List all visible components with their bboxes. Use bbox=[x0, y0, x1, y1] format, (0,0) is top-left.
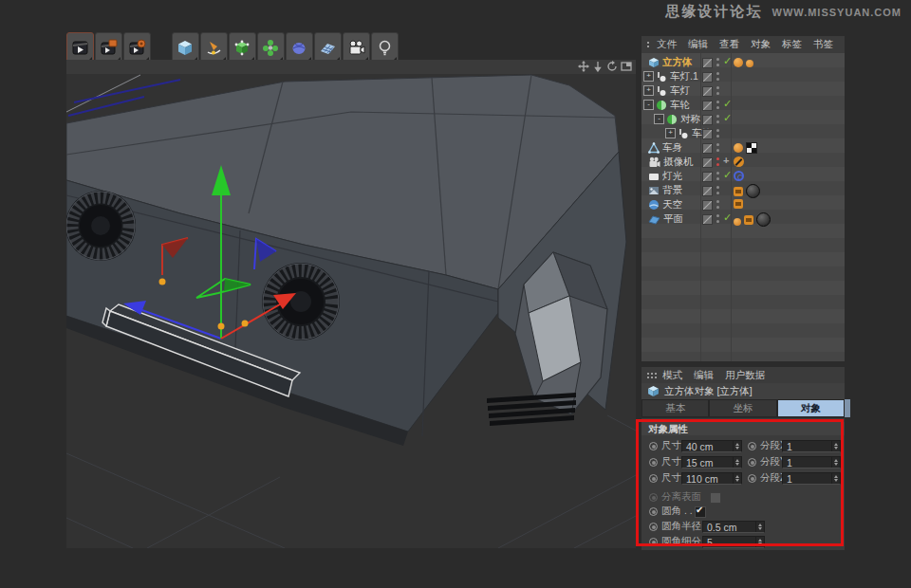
object-label[interactable]: 天空 bbox=[662, 198, 682, 211]
spinner-icon[interactable] bbox=[831, 441, 840, 451]
expand-plus-icon[interactable]: + bbox=[643, 71, 654, 82]
texture-tag-icon[interactable] bbox=[756, 212, 771, 227]
subdivision-surface-button[interactable] bbox=[229, 32, 256, 63]
tab-object[interactable]: 对象 bbox=[777, 399, 845, 417]
object-label[interactable]: 立方体 bbox=[662, 56, 693, 69]
panel-grip-icon[interactable] bbox=[646, 41, 651, 49]
object-label[interactable]: 对称 bbox=[680, 113, 700, 126]
collapse-minus-icon[interactable]: - bbox=[654, 114, 664, 124]
object-row-wheel[interactable]: - 车轮 bbox=[641, 98, 846, 112]
am-menu-mode[interactable]: 模式 bbox=[662, 369, 682, 382]
render-picture-viewer-button[interactable] bbox=[95, 32, 122, 63]
panel-grip-icon[interactable] bbox=[646, 372, 657, 380]
visibility-dots[interactable] bbox=[716, 214, 719, 223]
object-row-light[interactable]: 灯光 bbox=[641, 169, 851, 183]
am-menu-userdata[interactable]: 用户数据 bbox=[725, 369, 765, 382]
object-label[interactable]: 灯光 bbox=[662, 170, 682, 183]
gizmo-handle-dot[interactable] bbox=[159, 279, 166, 285]
keyframe-record-icon[interactable] bbox=[748, 458, 756, 467]
om-menu-bookmarks[interactable]: 书签 bbox=[813, 38, 833, 51]
gizmo-handle-dot[interactable] bbox=[242, 321, 249, 327]
layer-toggle-icon[interactable] bbox=[702, 115, 713, 125]
visibility-dots[interactable] bbox=[716, 172, 719, 180]
deformer-button[interactable] bbox=[286, 32, 313, 63]
visibility-dots[interactable] bbox=[716, 129, 719, 138]
keyframe-record-icon[interactable] bbox=[649, 474, 658, 483]
visibility-dots[interactable] bbox=[716, 86, 719, 95]
layer-toggle-icon[interactable] bbox=[702, 129, 713, 139]
spinner-icon[interactable] bbox=[733, 441, 741, 451]
object-row-headlight1[interactable]: + 车灯.1 bbox=[641, 69, 846, 83]
keyframe-record-icon[interactable] bbox=[649, 523, 658, 531]
object-row-sky[interactable]: 天空 bbox=[641, 197, 851, 211]
target-tag-icon[interactable] bbox=[734, 171, 744, 181]
tab-basic[interactable]: 基本 bbox=[641, 399, 709, 417]
keyframe-record-icon[interactable] bbox=[748, 474, 756, 483]
camera-object-button[interactable] bbox=[343, 32, 370, 63]
layer-toggle-icon[interactable] bbox=[702, 86, 713, 97]
size-x-input[interactable]: 40 cm bbox=[681, 440, 742, 452]
enable-check-icon[interactable] bbox=[723, 211, 732, 224]
maximize-icon[interactable] bbox=[621, 61, 632, 72]
compositing-tag-icon[interactable] bbox=[744, 215, 753, 225]
layer-toggle-icon[interactable] bbox=[702, 186, 713, 196]
section-object-properties[interactable]: 对象属性 bbox=[641, 422, 845, 435]
object-row-body[interactable]: 车身 bbox=[641, 140, 851, 155]
om-menu-edit[interactable]: 编辑 bbox=[688, 38, 708, 51]
object-label[interactable]: 车灯.1 bbox=[670, 70, 698, 83]
size-z-input[interactable]: 110 cm bbox=[681, 472, 742, 485]
layer-toggle-icon[interactable] bbox=[702, 172, 713, 182]
segments-z-input[interactable]: 1 bbox=[782, 472, 841, 485]
texture-checker-tag-icon[interactable] bbox=[746, 142, 757, 154]
layer-toggle-icon[interactable] bbox=[702, 214, 713, 225]
tab-partial[interactable] bbox=[845, 399, 850, 417]
phong-tag-icon[interactable] bbox=[734, 143, 743, 153]
segments-y-input[interactable]: 1 bbox=[782, 456, 841, 469]
object-label[interactable]: 摄像机 bbox=[663, 156, 694, 169]
layer-toggle-icon[interactable] bbox=[702, 101, 713, 111]
zoom-icon[interactable] bbox=[592, 61, 604, 72]
spinner-icon[interactable] bbox=[755, 537, 764, 547]
segments-x-input[interactable]: 1 bbox=[782, 440, 841, 452]
object-label[interactable]: 背景 bbox=[662, 184, 682, 197]
array-object-button[interactable] bbox=[257, 32, 285, 63]
object-row-background[interactable]: 背景 bbox=[641, 183, 851, 197]
phong-tag-icon[interactable] bbox=[734, 218, 741, 226]
om-menu-object[interactable]: 对象 bbox=[751, 38, 771, 51]
expand-plus-icon[interactable]: + bbox=[665, 128, 676, 138]
enable-check-icon[interactable] bbox=[723, 112, 732, 124]
spinner-icon[interactable] bbox=[755, 522, 764, 532]
pan-icon[interactable] bbox=[578, 61, 589, 72]
object-row-plane[interactable]: 平面 bbox=[641, 211, 851, 226]
enable-check-icon[interactable] bbox=[723, 169, 732, 181]
visibility-dots[interactable] bbox=[716, 58, 719, 66]
expand-plus-icon[interactable]: + bbox=[643, 85, 654, 96]
enable-check-icon[interactable] bbox=[723, 55, 732, 67]
phong-tag-icon[interactable] bbox=[746, 60, 753, 67]
keyframe-record-icon[interactable] bbox=[748, 442, 756, 450]
object-row-wheel-child[interactable]: + 车轮 bbox=[641, 126, 868, 140]
collapse-minus-icon[interactable]: - bbox=[643, 100, 654, 110]
object-label[interactable]: 车身 bbox=[662, 141, 682, 155]
phong-tag-icon[interactable] bbox=[734, 58, 743, 67]
layer-toggle-icon[interactable] bbox=[702, 200, 713, 211]
spinner-icon[interactable] bbox=[733, 473, 741, 484]
om-menu-file[interactable]: 文件 bbox=[657, 38, 677, 51]
size-y-input[interactable]: 15 cm bbox=[681, 456, 742, 469]
layer-toggle-icon[interactable] bbox=[702, 157, 713, 168]
object-row-symmetry[interactable]: - 对称 bbox=[641, 112, 857, 126]
compositing-tag-icon[interactable] bbox=[734, 187, 743, 196]
tab-coordinates[interactable]: 坐标 bbox=[709, 399, 776, 417]
object-label[interactable]: 车灯 bbox=[670, 84, 690, 98]
object-row-camera[interactable]: 摄像机 bbox=[641, 155, 851, 169]
visibility-dots[interactable] bbox=[716, 200, 719, 209]
render-settings-button[interactable] bbox=[123, 32, 151, 63]
spinner-icon[interactable] bbox=[733, 457, 741, 468]
pen-spline-button[interactable] bbox=[200, 32, 228, 63]
object-label[interactable]: 车轮 bbox=[670, 99, 690, 112]
render-view-button[interactable] bbox=[66, 32, 94, 63]
visibility-dots[interactable] bbox=[716, 101, 719, 109]
wheel-rear[interactable] bbox=[262, 263, 340, 340]
layer-toggle-icon[interactable] bbox=[702, 72, 713, 83]
camera-crosshair-icon[interactable] bbox=[723, 155, 729, 166]
